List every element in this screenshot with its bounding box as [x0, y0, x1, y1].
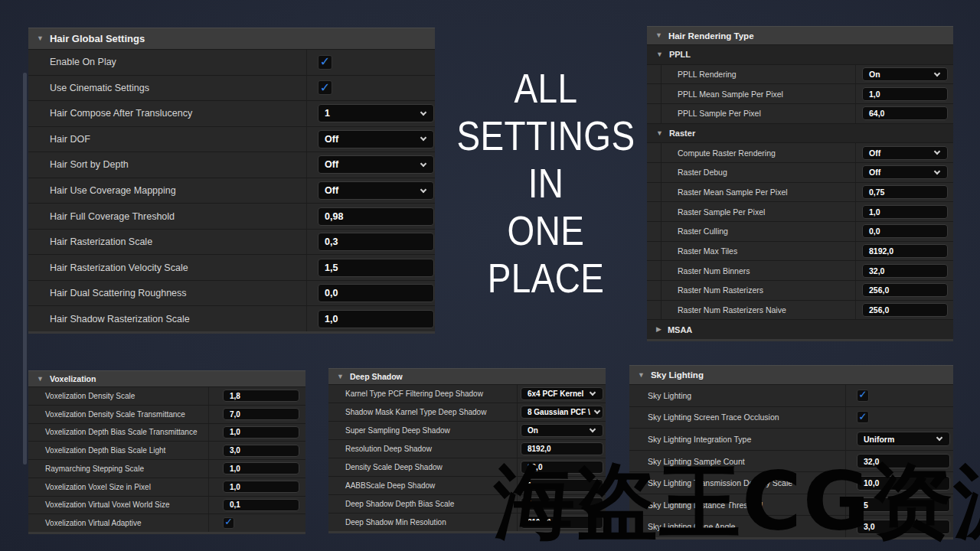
panel-header-hair-global-settings[interactable]: ▼ Hair Global Settings — [28, 28, 435, 49]
number-input-ppll-sample-per-pixel[interactable]: 64,0 — [862, 106, 948, 120]
property-row-sky-lighting-integration-type: Sky Lighting Integration TypeUniform — [629, 428, 953, 450]
value-cell: 32,0 — [855, 261, 953, 280]
property-label: Enable On Play — [28, 50, 306, 75]
headline-line: ALL — [449, 64, 644, 112]
value-cell: ✓ — [306, 50, 435, 75]
chevron-down-icon — [934, 148, 940, 155]
checkbox-use-cinematic-settings[interactable]: ✓ — [318, 80, 332, 95]
property-row-raster-num-binners: Raster Num Binners32,0 — [647, 260, 953, 280]
property-row-voxelization-density-scale: Voxelization Density Scale1,8 — [28, 386, 305, 405]
number-input-voxelization-depth-bias-scale-transmittance[interactable]: 1,0 — [223, 426, 299, 439]
property-label: Raster Culling — [647, 222, 855, 241]
number-input-raymarching-stepping-scale[interactable]: 1,0 — [223, 462, 299, 474]
input-value: 1,0 — [869, 207, 880, 217]
property-row-karnel-type-pcf-filtering-deep-shadow: Karnel Type PCF Filtering Deep Shadow6x4… — [328, 384, 606, 403]
dropdown-sky-lighting-integration-type[interactable]: Uniform — [857, 432, 950, 446]
input-value: 1,0 — [869, 90, 880, 99]
chevron-down-icon — [420, 186, 426, 192]
number-input-hair-rasterization-scale[interactable]: 0,3 — [318, 233, 434, 251]
dropdown-hair-compose-after-translucency[interactable]: 1 — [318, 104, 434, 122]
input-value: 3,0 — [230, 446, 240, 455]
number-input-raster-mean-sample-per-pixel[interactable]: 0,75 — [862, 185, 948, 199]
property-label: Hair Dual Scattering Roughness — [28, 281, 306, 306]
number-input-voxelization-density-scale[interactable]: 1,8 — [223, 390, 299, 402]
chevron-down-icon — [420, 135, 426, 141]
property-row-raster-debug: Raster DebugOff — [647, 162, 953, 182]
number-input-raster-max-tiles[interactable]: 8192,0 — [862, 244, 948, 258]
number-input-voxelization-virtual-voxel-world-size[interactable]: 0,1 — [223, 499, 299, 511]
input-value: 256,0 — [869, 305, 889, 315]
property-label: Hair DOF — [28, 127, 306, 152]
number-input-resolution-deep-shadow[interactable]: 8192,0 — [521, 442, 603, 455]
value-cell: 8 Gaussian PCF \ — [517, 403, 606, 421]
checkbox-sky-lighting[interactable]: ✓ — [857, 390, 869, 402]
number-input-raster-num-rasterizers-naive[interactable]: 256,0 — [862, 303, 948, 317]
category-row-msaa[interactable]: ▶MSAA — [647, 319, 953, 339]
input-value: 0,0 — [869, 227, 880, 236]
screenshot-root: ALLSETTINGSINONEPLACE ▼ Hair Global Sett… — [0, 0, 980, 551]
number-input-raster-num-binners[interactable]: 32,0 — [862, 264, 948, 278]
number-input-raster-culling[interactable]: 0,0 — [862, 224, 948, 238]
panel-hair-rendering-type: ▼ Hair Rendering Type ▼PPLLPPLL Renderin… — [647, 26, 953, 341]
property-label: Shadow Mask Karnel Type Deep Shadow — [328, 403, 517, 421]
number-input-raster-num-rasterizers[interactable]: 256,0 — [862, 283, 948, 297]
collapse-arrow-icon: ▼ — [655, 32, 662, 39]
value-cell: Off — [855, 163, 953, 182]
value-cell: 1,0 — [855, 202, 953, 221]
property-label: Raster Mean Sample Per Pixel — [647, 183, 855, 202]
number-input-hair-shadow-rasterization-scale[interactable]: 1,0 — [318, 310, 434, 328]
number-input-voxelization-density-scale-transmittance[interactable]: 7,0 — [223, 408, 299, 420]
dropdown-ppll-rendering[interactable]: On — [862, 67, 948, 81]
dropdown-raster-debug[interactable]: Off — [862, 165, 948, 179]
input-value: 256,0 — [869, 285, 889, 295]
number-input-raster-sample-per-pixel[interactable]: 1,0 — [862, 205, 948, 219]
value-cell: 6x4 PCF Kernel — [517, 385, 606, 403]
dropdown-shadow-mask-karnel-type-deep-shadow[interactable]: 8 Gaussian PCF \ — [521, 406, 603, 419]
panel-hair-global-settings: ▼ Hair Global Settings Enable On Play✓Us… — [28, 28, 435, 334]
value-cell: 1,0 — [855, 84, 953, 103]
value-cell: 1,0 — [208, 460, 305, 478]
panel-title: Hair Global Settings — [50, 33, 145, 44]
property-label: Super Sampling Deep Shadow — [328, 422, 517, 439]
panel-header-deep-shadow[interactable]: ▼ Deep Shadow — [328, 368, 606, 384]
dropdown-karnel-type-pcf-filtering-deep-shadow[interactable]: 6x4 PCF Kernel — [521, 387, 603, 400]
panel-header-sky-lighting[interactable]: ▼ Sky Lighting — [629, 365, 953, 384]
collapse-arrow-icon: ▼ — [37, 35, 44, 42]
property-row-voxelization-depth-bias-scale-transmittance: Voxelization Depth Bias Scale Transmitta… — [28, 423, 305, 442]
value-cell: ✓ — [306, 76, 435, 101]
dropdown-hair-use-coverage-mappping[interactable]: Off — [318, 181, 434, 200]
checkbox-enable-on-play[interactable]: ✓ — [318, 55, 332, 70]
dropdown-value: Off — [325, 159, 338, 170]
chevron-down-icon — [420, 161, 426, 167]
left-scrollbar[interactable] — [23, 73, 27, 465]
number-input-ppll-mean-sample-per-pixel[interactable]: 1,0 — [862, 87, 948, 101]
panel-title: Deep Shadow — [350, 372, 403, 381]
category-row-ppll[interactable]: ▼PPLL — [647, 44, 953, 64]
dropdown-super-sampling-deep-shadow[interactable]: On — [521, 424, 603, 437]
number-input-hair-rasterization-velocity-scale[interactable]: 1,5 — [318, 259, 434, 277]
dropdown-compute-raster-rendering[interactable]: Off — [862, 146, 948, 160]
property-row-voxelization-density-scale-transmittance: Voxelization Density Scale Transmittance… — [28, 405, 305, 423]
property-label: Sky Lighting — [629, 385, 845, 406]
dropdown-hair-dof[interactable]: Off — [318, 130, 434, 148]
property-label: Raster Debug — [647, 163, 855, 182]
checkbox-sky-lighting-screen-trace-occlusion[interactable]: ✓ — [857, 411, 869, 423]
property-row-sky-lighting-screen-trace-occlusion: Sky Lighting Screen Trace Occlusion✓ — [629, 406, 953, 429]
panel-header-hair-rendering-type[interactable]: ▼ Hair Rendering Type — [647, 26, 953, 44]
property-row-raster-num-rasterizers-naive: Raster Num Rasterizers Naive256,0 — [647, 300, 953, 320]
checkbox-voxelization-virtual-adaptive[interactable]: ✓ — [223, 517, 234, 529]
number-input-hair-dual-scattering-roughness[interactable]: 0,0 — [318, 284, 434, 302]
panel-header-voxelization[interactable]: ▼ Voxelization — [28, 370, 305, 386]
number-input-hair-full-coverage-threshold[interactable]: 0,98 — [318, 207, 434, 226]
number-input-voxelization-depth-bias-scale-light[interactable]: 3,0 — [223, 445, 299, 457]
value-cell: Off — [855, 143, 953, 162]
property-row-sky-lighting: Sky Lighting✓ — [629, 384, 953, 406]
number-input-voxelization-voxel-size-in-pixel[interactable]: 1,0 — [223, 481, 299, 493]
property-row-raster-num-rasterizers: Raster Num Rasterizers256,0 — [647, 280, 953, 300]
property-label: Raster Num Rasterizers — [647, 281, 855, 300]
dropdown-hair-sort-by-depth[interactable]: Off — [318, 155, 434, 174]
property-label: Raymarching Stepping Scale — [28, 460, 208, 478]
category-row-raster[interactable]: ▼Raster — [647, 123, 953, 143]
property-label: PPLL Sample Per Pixel — [647, 104, 855, 123]
check-icon: ✓ — [224, 517, 233, 527]
